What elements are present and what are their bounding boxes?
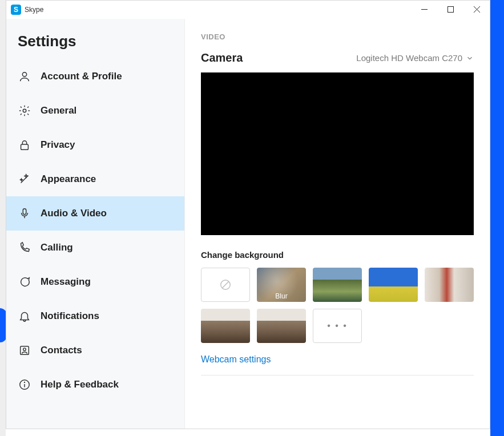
sidebar-item-account-profile[interactable]: Account & Profile [6, 59, 184, 94]
maximize-button[interactable] [437, 1, 463, 19]
sidebar-item-messaging[interactable]: Messaging [6, 265, 184, 299]
sidebar-item-label: Help & Feedback [41, 379, 119, 390]
window-body: Settings Account & Profile General Priva… [6, 19, 490, 429]
svg-rect-1 [447, 7, 453, 13]
sidebar-item-label: Calling [41, 242, 73, 253]
content-panel: VIDEO Camera Logitech HD Webcam C270 Cha… [185, 19, 490, 429]
background-option-mountain[interactable] [313, 268, 362, 302]
background-right-strip [490, 0, 504, 436]
info-icon [18, 378, 31, 391]
chevron-down-icon [466, 54, 474, 62]
svg-rect-7 [23, 209, 26, 215]
background-option-office[interactable] [425, 268, 474, 302]
chat-icon [18, 275, 31, 289]
svg-point-4 [22, 72, 26, 76]
app-window: S Skype Settings Account & Profile [6, 0, 490, 429]
sidebar-item-calling[interactable]: Calling [6, 231, 184, 265]
background-option-room-1[interactable] [201, 309, 250, 343]
phone-icon [18, 241, 31, 255]
camera-heading: Camera [201, 51, 243, 64]
close-icon [474, 6, 480, 13]
sidebar-item-label: Contacts [41, 345, 82, 356]
svg-line-14 [223, 282, 229, 288]
background-option-none[interactable] [201, 268, 250, 302]
sidebar-item-general[interactable]: General [6, 94, 184, 128]
sidebar-item-label: Notifications [41, 310, 99, 322]
background-option-field[interactable] [369, 268, 418, 302]
none-icon [219, 278, 232, 291]
camera-dropdown[interactable]: Logitech HD Webcam C270 [356, 53, 474, 63]
minimize-button[interactable] [411, 1, 437, 19]
lock-icon [18, 138, 31, 152]
sidebar-item-contacts[interactable]: Contacts [6, 333, 184, 368]
background-left-strip [0, 0, 6, 436]
video-section-label: VIDEO [201, 33, 474, 41]
background-options-grid: Blur • • • [201, 268, 474, 343]
webcam-settings-link[interactable]: Webcam settings [201, 354, 271, 365]
settings-sidebar: Settings Account & Profile General Priva… [6, 19, 185, 429]
camera-preview [201, 72, 474, 235]
sidebar-item-label: Account & Profile [41, 71, 122, 82]
titlebar: S Skype [6, 1, 490, 19]
sidebar-item-appearance[interactable]: Appearance [6, 162, 184, 196]
contacts-icon [18, 344, 31, 357]
sidebar-item-notifications[interactable]: Notifications [6, 299, 184, 333]
sidebar-item-label: General [41, 105, 76, 116]
blur-label: Blur [257, 292, 306, 300]
background-option-blur[interactable]: Blur [257, 268, 306, 302]
close-button[interactable] [463, 1, 490, 19]
wand-icon [18, 172, 31, 186]
person-icon [18, 70, 31, 83]
camera-selected-value: Logitech HD Webcam C270 [356, 53, 462, 63]
bell-icon [18, 309, 31, 323]
background-option-room-2[interactable] [257, 309, 306, 343]
svg-rect-6 [21, 144, 29, 150]
minimize-icon [421, 6, 428, 13]
sidebar-item-help-feedback[interactable]: Help & Feedback [6, 368, 184, 402]
sidebar-item-label: Privacy [41, 139, 75, 151]
divider [201, 375, 474, 376]
more-icon: • • • [327, 321, 348, 331]
camera-row: Camera Logitech HD Webcam C270 [201, 51, 474, 64]
gear-icon [18, 104, 31, 118]
svg-point-9 [23, 348, 26, 351]
sidebar-item-label: Appearance [41, 173, 96, 185]
app-title: Skype [25, 6, 43, 14]
maximize-icon [447, 6, 454, 13]
svg-point-12 [25, 382, 25, 382]
background-option-more[interactable]: • • • [313, 309, 362, 343]
sidebar-item-label: Messaging [41, 276, 91, 288]
svg-point-5 [23, 109, 26, 112]
mic-icon [18, 207, 31, 220]
sidebar-item-audio-video[interactable]: Audio & Video [6, 196, 184, 231]
window-controls [411, 1, 490, 19]
sidebar-item-privacy[interactable]: Privacy [6, 128, 184, 162]
app-icon: S [11, 5, 21, 15]
settings-title: Settings [6, 19, 184, 59]
change-background-label: Change background [201, 250, 474, 260]
sidebar-item-label: Audio & Video [41, 208, 107, 219]
